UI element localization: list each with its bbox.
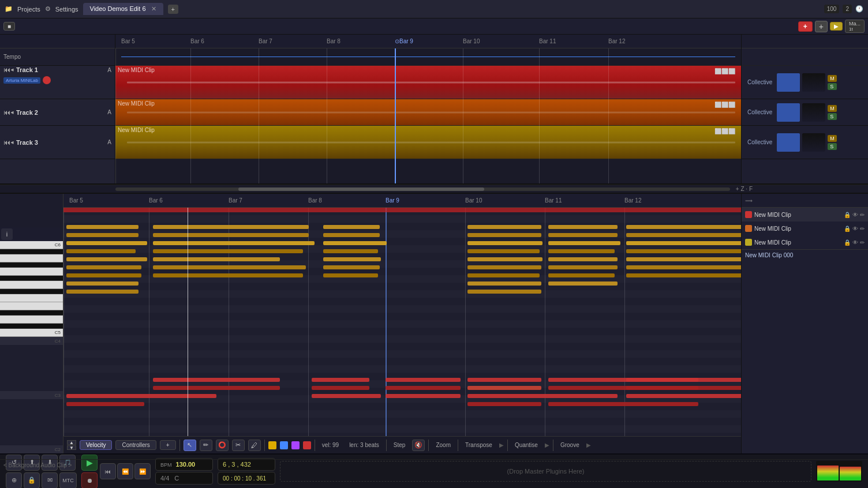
key-d5[interactable] [0,316,63,324]
note-g3[interactable] [323,225,380,229]
clip3-lock-icon[interactable]: 🔒 [844,239,851,246]
key-gb5[interactable] [0,289,63,294]
note-r8[interactable] [312,386,369,390]
cut-tool[interactable]: ✂ [232,440,245,451]
key-b5b[interactable] [0,249,63,254]
clip-entry-1[interactable]: New MIDI Clip 🔒 👁 ✏ [742,208,868,222]
lock-btn[interactable]: 🔒 [24,472,40,489]
note-g33[interactable] [323,265,380,269]
record-button[interactable]: ⏺ [81,472,98,489]
timeline-hscroll-thumb[interactable] [238,187,484,191]
note-g44[interactable] [467,281,541,286]
clip2-eye-icon[interactable]: 👁 [852,226,858,232]
note-r3[interactable] [386,378,461,382]
note-g21[interactable] [323,249,378,253]
add-track-button[interactable]: + [798,21,813,32]
key-b5[interactable] [0,254,63,262]
note-g39[interactable] [323,273,378,277]
track3-rewind-icon[interactable]: ⏮◀ [3,138,14,147]
settings-label[interactable]: Settings [55,6,78,13]
note-g11[interactable] [548,233,618,237]
note-g5[interactable] [548,225,618,229]
note-g22[interactable] [467,249,540,253]
color-blue[interactable] [280,441,288,449]
clip3-edit-icon[interactable]: ✏ [860,239,865,246]
note-g30[interactable] [626,257,741,261]
groove-arrow[interactable]: ▶ [586,442,591,448]
note-g8[interactable] [153,233,309,237]
color-gold[interactable] [268,441,276,449]
note-r6[interactable] [626,378,741,382]
track3-solo-btn[interactable]: S [828,143,837,150]
note-g42[interactable] [626,273,741,277]
note-g36[interactable] [626,265,741,269]
clip2-edit-icon[interactable]: ✏ [860,226,865,232]
track1-solo-btn[interactable]: S [828,83,837,90]
key-c5[interactable]: C5 [0,329,63,337]
key-e5[interactable] [0,302,63,310]
active-tab[interactable]: Video Demos Edit 6 ✕ [83,3,163,15]
plus-button[interactable]: + [815,21,828,32]
note-r7[interactable] [153,386,280,390]
note-r4[interactable] [467,378,541,382]
note-r12[interactable] [626,386,741,390]
note-g35[interactable] [548,265,618,269]
note-g25[interactable] [66,257,147,261]
note-g2[interactable] [153,225,309,229]
note-g34[interactable] [467,265,541,269]
key-a5[interactable] [0,268,63,276]
mtc-label[interactable]: MTC [59,472,77,489]
note-r15[interactable] [386,394,461,398]
clip1-edit-icon[interactable]: ✏ [860,212,865,218]
clip1-lock-icon[interactable]: 🔒 [844,212,851,218]
key-f5[interactable] [0,294,63,302]
track3-lane[interactable]: New MIDI Clip ⬜⬜⬜ [115,126,741,159]
note-r9[interactable] [386,386,461,390]
note-g13[interactable] [66,241,147,245]
note-g17[interactable] [548,241,620,245]
note-g41[interactable] [548,273,615,277]
track1-rewind-icon[interactable]: ⏮◀ [3,66,14,74]
velocity-tab[interactable]: Velocity [80,440,112,450]
note-r1[interactable] [153,378,280,382]
pr-scroll-up[interactable]: ▲ [67,440,76,445]
note-g26[interactable] [153,257,280,261]
pr-add-tab[interactable]: + [160,440,176,450]
clip-entry-2[interactable]: New MIDI Clip 🔒 👁 ✏ [742,222,868,235]
note-g10[interactable] [467,233,541,237]
note-g4[interactable] [467,225,541,229]
collapse-button[interactable]: ■ [3,22,15,31]
track1-lane[interactable]: New MIDI Clip ⬜⬜⬜ [115,66,741,99]
track1-record-dot[interactable] [43,76,51,84]
clip2-lock-icon[interactable]: 🔒 [844,226,851,232]
note-g12[interactable] [626,233,741,237]
note-g7[interactable] [66,233,139,237]
note-g23[interactable] [548,249,615,253]
tab-close-icon[interactable]: ✕ [151,5,156,12]
note-g14[interactable] [153,241,315,245]
note-r2[interactable] [312,378,369,382]
note-r20[interactable] [548,402,698,406]
yellow-button[interactable]: ▶ [830,22,843,31]
note-r14[interactable] [312,394,381,398]
note-g24[interactable] [626,249,741,253]
track2-rewind-icon[interactable]: ⏮◀ [3,108,14,117]
note-r13[interactable] [66,394,216,398]
note-g15[interactable] [323,241,387,245]
note-g47[interactable] [467,290,541,294]
controllers-tab[interactable]: Controllers [115,440,156,450]
note-g9[interactable] [323,233,380,237]
clip1-eye-icon[interactable]: 👁 [852,212,858,218]
note-g19[interactable] [66,249,136,253]
select-tool[interactable]: ↖ [184,440,196,451]
projects-label[interactable]: Projects [17,6,40,13]
note-g29[interactable] [548,257,618,261]
clip-entry-3[interactable]: New MIDI Clip 🔒 👁 ✏ [742,235,868,249]
track2-solo-btn[interactable]: S [828,113,837,120]
quantise-arrow[interactable]: ▶ [545,442,549,448]
bg-audio-clip[interactable]: < Background Audio Clip > [0,459,868,471]
time-display[interactable]: 4/4 C [155,472,213,485]
piano-roll-grid[interactable] [63,208,741,436]
piano-collapse-btn[interactable]: i [1,228,13,240]
transpose-arrow[interactable]: ▶ [499,442,504,448]
